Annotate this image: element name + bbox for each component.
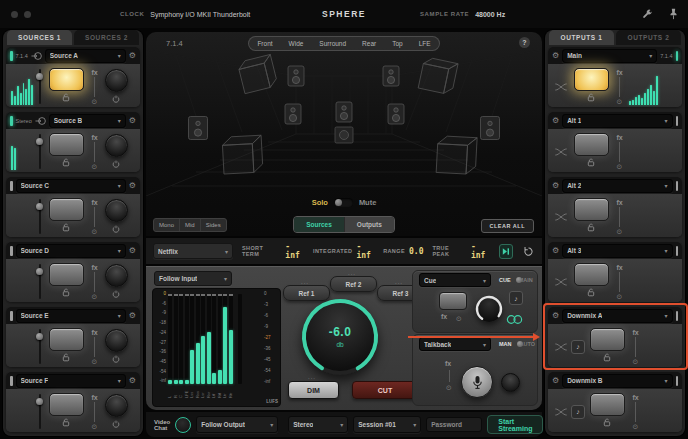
monitor-enable-button[interactable]: [574, 198, 609, 221]
start-streaming-button[interactable]: Start Streaming: [487, 415, 543, 434]
source-name-select[interactable]: Source B▾: [49, 114, 126, 128]
source-name-select[interactable]: Source C▾: [16, 179, 126, 193]
help-icon[interactable]: ?: [519, 37, 530, 48]
crossover-icon[interactable]: [554, 212, 568, 222]
power-icon[interactable]: [112, 420, 120, 428]
solo-mute-toggle[interactable]: [334, 198, 353, 207]
speaker-box[interactable]: [222, 135, 263, 174]
fader-thumb[interactable]: [36, 138, 43, 145]
gear-icon[interactable]: ⚙: [129, 52, 136, 60]
fx-insert-icon[interactable]: ⊙: [633, 423, 639, 430]
cut-button[interactable]: CUT: [352, 381, 418, 399]
crossover-icon[interactable]: [554, 407, 568, 417]
gain-knob[interactable]: [105, 199, 128, 222]
monitor-volume-knob[interactable]: -6.0 db: [298, 295, 382, 379]
gain-knob[interactable]: [105, 134, 128, 157]
speaker-small[interactable]: [288, 66, 304, 86]
speaker-small[interactable]: [383, 66, 399, 86]
sources-mode-button[interactable]: Sources: [294, 217, 344, 232]
cue-select[interactable]: Cue▾: [419, 273, 491, 287]
source-name-select[interactable]: Source E▾: [16, 309, 126, 323]
video-chat-knob[interactable]: [175, 417, 191, 433]
lock-icon[interactable]: [587, 93, 595, 102]
fx-insert-icon[interactable]: ⊙: [92, 293, 98, 300]
lock-icon[interactable]: [62, 288, 70, 297]
lock-icon[interactable]: [587, 288, 595, 297]
talkback-mic-button[interactable]: [461, 366, 493, 398]
gear-icon[interactable]: ⚙: [129, 312, 136, 320]
view-button-front[interactable]: Front: [249, 37, 280, 50]
lock-icon[interactable]: [603, 353, 611, 362]
output-name-select[interactable]: Main▾: [562, 49, 657, 63]
fx-insert-icon[interactable]: ⊙: [92, 98, 98, 105]
fx-insert-icon[interactable]: ⊙: [617, 163, 623, 170]
view-button-rear[interactable]: Rear: [354, 37, 384, 50]
stereo-link-icon[interactable]: [505, 314, 524, 325]
speaker-small[interactable]: [336, 102, 352, 122]
input-routing-icon[interactable]: [31, 51, 42, 61]
source-name-select[interactable]: Source D▾: [16, 244, 126, 258]
monitor-enable-button[interactable]: [49, 328, 84, 351]
tab-outputs-1[interactable]: OUTPUTS 1: [549, 30, 614, 45]
gear-icon[interactable]: ⚙: [552, 377, 559, 385]
fader-thumb[interactable]: [36, 268, 43, 275]
speaker-small[interactable]: [388, 104, 404, 124]
monitor-enable-button[interactable]: [590, 328, 625, 351]
tab-sources-1[interactable]: SOURCES 1: [7, 30, 72, 45]
speaker-side[interactable]: [481, 117, 500, 140]
output-name-select[interactable]: Downmix A▾: [562, 309, 672, 323]
fader-thumb[interactable]: [36, 398, 43, 405]
gear-icon[interactable]: ⚙: [552, 312, 559, 320]
tab-sources-2[interactable]: SOURCES 2: [74, 30, 139, 45]
fx-insert-icon[interactable]: ⊙: [92, 423, 98, 430]
volume-fader[interactable]: [34, 390, 45, 432]
loudness-reset-button[interactable]: [522, 245, 535, 258]
follow-output-select[interactable]: Follow Output▾: [196, 416, 278, 433]
monitor-enable-button[interactable]: [574, 68, 609, 91]
volume-fader[interactable]: [34, 260, 45, 302]
gear-icon[interactable]: ⚙: [129, 377, 136, 385]
power-icon[interactable]: [112, 290, 120, 298]
volume-fader[interactable]: [34, 65, 45, 107]
session-select[interactable]: Session #01▾: [353, 416, 421, 433]
crossover-icon[interactable]: [554, 342, 568, 352]
fx-insert-icon[interactable]: ⊙: [617, 293, 623, 300]
gear-icon[interactable]: ⚙: [552, 182, 559, 190]
output-name-select[interactable]: Alt 2▾: [562, 179, 672, 193]
gear-icon[interactable]: ⚙: [552, 247, 559, 255]
monitor-enable-button[interactable]: [574, 263, 609, 286]
fx-insert-icon[interactable]: ⊙: [456, 315, 462, 322]
follow-input-select[interactable]: Follow Input▾: [154, 271, 232, 286]
output-format-select[interactable]: Stereo▾: [288, 416, 348, 433]
fx-insert-icon[interactable]: ⊙: [617, 228, 623, 235]
lock-icon[interactable]: [62, 93, 70, 102]
lock-icon[interactable]: [62, 418, 70, 427]
output-name-select[interactable]: Alt 3▾: [562, 244, 672, 258]
crossover-icon[interactable]: [554, 277, 568, 287]
fx-insert-icon[interactable]: ⊙: [92, 163, 98, 170]
cue-music-button[interactable]: ♪: [509, 291, 523, 305]
monitor-enable-button[interactable]: [590, 393, 625, 416]
speaker-small[interactable]: [285, 104, 301, 124]
view-button-wide[interactable]: Wide: [281, 37, 312, 50]
gain-knob[interactable]: [105, 329, 128, 352]
fader-thumb[interactable]: [36, 333, 43, 340]
gear-icon[interactable]: ⚙: [552, 52, 559, 60]
loudness-play-button[interactable]: [499, 244, 514, 259]
cue-level-knob[interactable]: [474, 294, 504, 324]
lock-icon[interactable]: [62, 353, 70, 362]
monitor-enable-button[interactable]: [49, 133, 84, 156]
monitor-enable-button[interactable]: [574, 133, 609, 156]
volume-fader[interactable]: [34, 195, 45, 237]
dim-button[interactable]: DIM: [288, 381, 339, 399]
power-icon[interactable]: [112, 160, 120, 168]
ref2-button[interactable]: Ref 2: [330, 276, 377, 292]
talkback-select[interactable]: Talkback▾: [419, 337, 491, 351]
speaker-cube[interactable]: [418, 57, 458, 95]
speaker-sub[interactable]: [335, 127, 353, 143]
pin-icon[interactable]: [669, 8, 678, 20]
view-button-top[interactable]: Top: [384, 37, 410, 50]
gear-icon[interactable]: ⚙: [129, 117, 136, 125]
lock-icon[interactable]: [587, 223, 595, 232]
fx-insert-icon[interactable]: ⊙: [633, 358, 639, 365]
